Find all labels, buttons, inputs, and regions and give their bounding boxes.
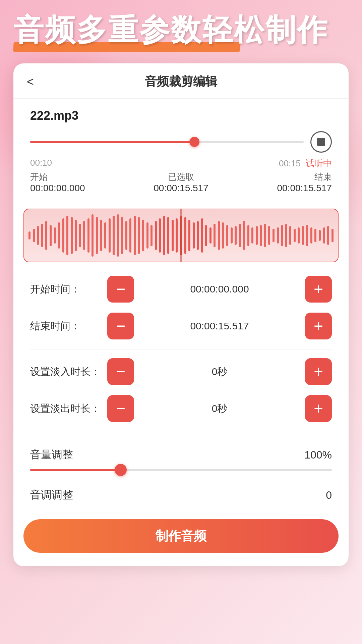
minus-icon-3: − [116, 364, 125, 380]
fade-in-plus-button[interactable]: + [305, 358, 332, 385]
volume-section: 音量调整 100% [13, 444, 349, 488]
fade-out-plus-button[interactable]: + [305, 395, 332, 422]
volume-label: 音量调整 [30, 447, 73, 462]
waveform-bar [92, 214, 94, 257]
start-time-minus-button[interactable]: − [107, 276, 134, 303]
pitch-value: 0 [326, 489, 332, 501]
page-title: 音频裁剪编辑 [145, 73, 217, 90]
waveform-bar [314, 229, 316, 242]
divider-1 [30, 350, 332, 350]
plus-icon: + [314, 281, 323, 297]
waveform-bar [159, 218, 161, 253]
waveform-bar [289, 226, 291, 245]
waveform-bar [28, 231, 31, 239]
fade-in-value: 0秒 [134, 365, 305, 379]
waveform-bar [45, 221, 47, 250]
waveform-bar [323, 227, 325, 243]
waveform-bar [306, 225, 308, 246]
start-time-plus-button[interactable]: + [305, 276, 332, 303]
fade-out-minus-button[interactable]: − [107, 395, 134, 422]
end-value: 00:00:15.517 [277, 183, 332, 194]
waveform-bar [331, 229, 334, 242]
selection-row: 开始 00:00:00.000 已选取 00:00:15.517 结束 00:0… [30, 171, 332, 194]
stop-button[interactable] [310, 131, 332, 153]
playback-slider[interactable] [30, 141, 304, 143]
back-button[interactable]: < [27, 76, 34, 88]
plus-icon-2: + [314, 318, 323, 334]
waveform-bar [247, 225, 249, 246]
volume-slider[interactable] [30, 469, 332, 471]
plus-icon-3: + [314, 364, 323, 380]
minus-icon-2: − [116, 318, 125, 334]
end-time-label: 结束时间： [30, 319, 107, 333]
waveform-bar [71, 217, 73, 254]
waveform-bar [104, 222, 106, 249]
waveform-bar [214, 224, 216, 248]
selection-selected-col: 已选取 00:00:15.517 [154, 171, 208, 194]
start-time-value: 00:00:00.000 [134, 283, 305, 295]
waveform-bar [142, 220, 144, 252]
selection-start-col: 开始 00:00:00.000 [30, 171, 85, 194]
volume-thumb[interactable] [115, 464, 127, 476]
waveform-bar [327, 226, 329, 245]
waveform-bar [319, 230, 321, 241]
start-label: 开始 [30, 171, 48, 183]
create-audio-label: 制作音频 [156, 528, 206, 545]
waveform-bar [197, 221, 199, 250]
end-time-value: 00:00:15.517 [134, 320, 305, 332]
waveform-bar [125, 221, 127, 250]
banner-area: 音频多重参数轻松制作 [0, 0, 362, 53]
selected-label: 已选取 [168, 171, 194, 183]
waveform-bar [54, 227, 56, 243]
file-name: 222.mp3 [30, 109, 332, 123]
waveform-bar [66, 216, 68, 255]
waveform-bar [281, 225, 283, 246]
waveform-bar [239, 224, 241, 248]
waveform-bar [243, 221, 245, 250]
waveform-bar [176, 218, 178, 253]
fade-in-label: 设置淡入时长： [30, 365, 107, 379]
waveform-bar [113, 216, 115, 255]
waveform-bar [172, 220, 174, 252]
waveform-bar [117, 214, 119, 257]
selected-value: 00:00:15.517 [154, 183, 208, 194]
fade-out-row: 设置淡出时长： − 0秒 + [30, 395, 332, 422]
file-section: 222.mp3 00:10 00:15 试听中 开始 00:00:00.000 [13, 99, 349, 209]
waveform-bar [231, 227, 233, 243]
slider-thumb[interactable] [189, 137, 199, 147]
waveform-bar [41, 224, 43, 248]
waveform-bar [268, 226, 270, 245]
playback-row [30, 131, 332, 153]
card-header: < 音频裁剪编辑 [13, 63, 349, 99]
waveform-bar [109, 218, 111, 253]
slider-fill [30, 141, 194, 143]
pitch-section: 音调调整 0 [13, 488, 349, 509]
fade-in-minus-button[interactable]: − [107, 358, 134, 385]
waveform-bar [209, 227, 212, 243]
waveform-bar [285, 224, 287, 248]
waveform-container[interactable] [23, 209, 339, 262]
waveform-bar [83, 221, 85, 250]
waveform-bar [146, 222, 148, 249]
controls-section: 开始时间： − 00:00:00.000 + 结束时间： − 00:00:15.… [13, 272, 349, 444]
waveform-bar [205, 225, 207, 246]
waveform-bar [184, 217, 186, 254]
waveform-bar [273, 229, 275, 242]
waveform-bar [294, 229, 296, 242]
waveform-bar [79, 224, 81, 248]
waveform-bar [75, 220, 77, 252]
volume-value: 100% [304, 449, 332, 461]
divider-2 [30, 432, 332, 432]
waveform-bar [310, 227, 312, 243]
waveform-bar [256, 226, 258, 245]
fade-out-value: 0秒 [134, 402, 305, 416]
waveform-bar [188, 220, 190, 252]
create-audio-button[interactable]: 制作音频 [23, 519, 339, 553]
start-value: 00:00:00.000 [30, 183, 85, 194]
minus-icon: − [116, 281, 125, 297]
end-time-minus-button[interactable]: − [107, 313, 134, 339]
end-time-plus-button[interactable]: + [305, 313, 332, 339]
waveform-bar [302, 226, 304, 245]
waveform-bar [62, 218, 64, 253]
stop-icon [317, 138, 325, 146]
